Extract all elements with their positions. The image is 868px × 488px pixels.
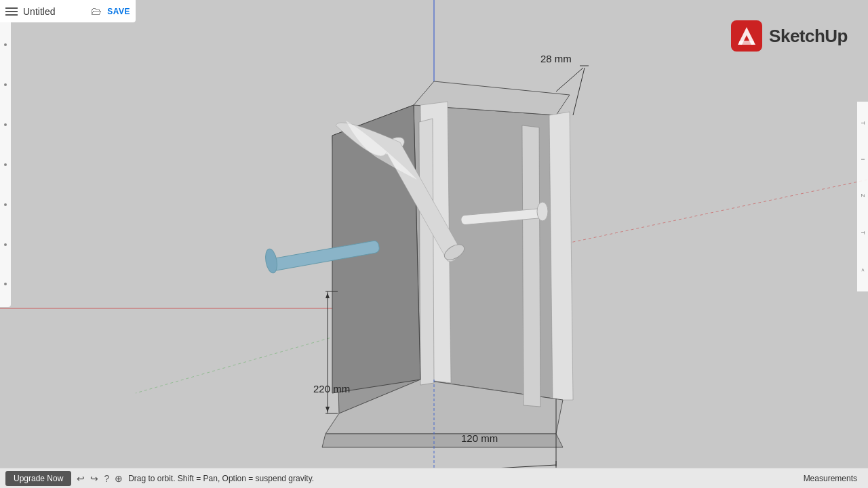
menu-button[interactable]	[5, 7, 18, 16]
redo-icon[interactable]: ↪	[90, 473, 98, 484]
svg-marker-14	[522, 125, 540, 407]
sketchup-logo: SketchUp	[731, 20, 848, 52]
tool-item[interactable]	[4, 243, 7, 246]
svg-marker-10	[549, 112, 573, 400]
nav-icons: ↩ ↪ ? ⊕	[77, 473, 123, 484]
tool-item[interactable]	[4, 163, 7, 166]
panel-item[interactable]: T	[860, 121, 866, 125]
panel-item[interactable]: T	[860, 231, 866, 235]
left-toolbar	[0, 22, 11, 307]
right-panel: T I Z T <	[857, 102, 868, 291]
viewport[interactable]	[0, 0, 868, 488]
tool-item[interactable]	[4, 43, 7, 46]
help-icon[interactable]: ?	[104, 473, 109, 484]
status-text: Drag to orbit. Shift = Pan, Option = sus…	[128, 474, 803, 483]
topbar: Untitled 🗁 SAVE	[0, 0, 136, 22]
sketchup-logo-icon	[731, 20, 762, 52]
panel-item[interactable]: Z	[860, 194, 866, 197]
svg-rect-38	[739, 41, 754, 45]
location-icon[interactable]: ⊕	[115, 473, 123, 484]
panel-item[interactable]: <	[860, 268, 866, 272]
panel-item[interactable]: I	[860, 159, 866, 160]
tool-item[interactable]	[4, 283, 7, 285]
tool-item[interactable]	[4, 83, 7, 86]
svg-marker-13	[419, 119, 434, 385]
document-title: Untitled	[23, 6, 85, 17]
bottombar: Upgrade Now ↩ ↪ ? ⊕ Drag to orbit. Shift…	[0, 468, 868, 488]
logo-label: SketchUp	[769, 26, 848, 47]
tool-item[interactable]	[4, 123, 7, 126]
svg-marker-12	[322, 434, 563, 447]
folder-icon[interactable]: 🗁	[91, 5, 102, 18]
upgrade-button[interactable]: Upgrade Now	[5, 471, 71, 486]
svg-point-19	[537, 202, 548, 221]
tool-item[interactable]	[4, 203, 7, 206]
save-button[interactable]: SAVE	[107, 7, 130, 16]
measurements-label: Measurements	[804, 474, 857, 483]
undo-icon[interactable]: ↩	[77, 473, 85, 484]
